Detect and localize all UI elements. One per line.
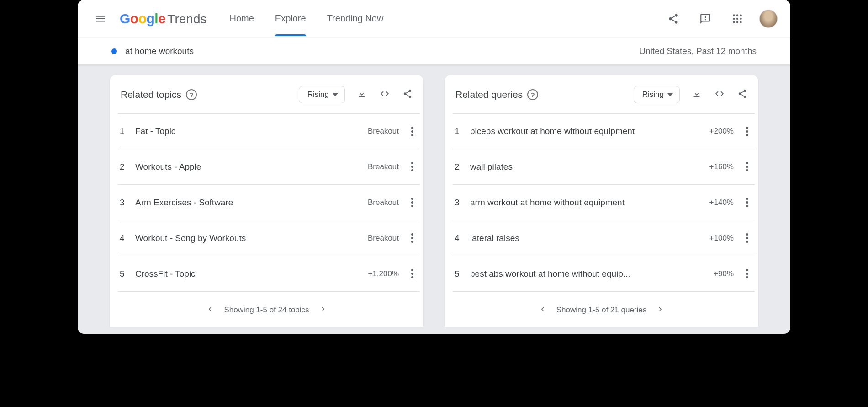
row-menu-button[interactable] [407,127,417,136]
sort-dropdown[interactable]: Rising [299,86,345,103]
search-term: at home workouts [111,46,194,56]
rank: 5 [453,269,468,279]
account-avatar[interactable] [759,10,778,28]
metric: +90% [714,269,734,278]
tab-trending-now[interactable]: Trending Now [327,1,384,36]
rank: 1 [118,126,133,136]
google-logo: Google [120,11,165,27]
label: Arm Exercises - Software [133,198,368,208]
list-item[interactable]: 1Fat - TopicBreakout [118,113,420,149]
chevron-left-icon [206,305,214,313]
chevron-down-icon [333,93,338,96]
related-queries-card: Related queries ? Rising 1biceps workout… [445,75,758,327]
row-menu-button[interactable] [407,198,417,207]
help-icon[interactable]: ? [186,89,197,100]
svg-point-3 [733,17,735,19]
help-icon[interactable]: ? [527,89,538,100]
metric: Breakout [368,198,399,207]
label: Workout - Song by Workouts [133,233,368,243]
download-icon [692,89,702,99]
apps-button[interactable] [727,9,747,29]
metric: Breakout [368,162,399,171]
share-icon [402,89,413,99]
rank: 3 [453,198,468,208]
code-icon [380,89,390,99]
chevron-down-icon [667,93,673,96]
share-button-small[interactable] [402,89,413,101]
card-title: Related queries [455,89,523,100]
topics-rows: 1Fat - TopicBreakout 2Workouts - AppleBr… [110,113,423,297]
list-item[interactable]: 5CrossFit - Topic+1,200% [118,256,420,292]
pager-prev[interactable] [206,305,214,316]
row-menu-button[interactable] [407,269,417,278]
svg-point-8 [740,21,741,23]
download-button[interactable] [692,89,702,101]
card-header: Related queries ? Rising [445,86,758,113]
share-button-small[interactable] [737,89,747,101]
chevron-right-icon [319,305,328,313]
term-text: at home workouts [125,46,194,56]
row-menu-button[interactable] [742,198,752,207]
term-color-dot [111,48,117,54]
queries-rows: 1biceps workout at home without equipmen… [445,113,758,297]
sort-label: Rising [307,90,329,99]
feedback-icon [699,13,711,25]
top-bar: Google Trends Home Explore Trending Now [78,0,790,37]
rank: 4 [453,233,468,243]
apps-grid-icon [731,13,743,25]
row-menu-button[interactable] [742,162,752,171]
share-icon [737,89,747,99]
label: biceps workout at home without equipment [468,126,709,136]
app-window: Google Trends Home Explore Trending Now … [78,0,790,334]
embed-button[interactable] [715,89,725,101]
code-icon [715,89,725,99]
nav-tabs: Home Explore Trending Now [229,1,383,36]
logo[interactable]: Google Trends [120,11,206,27]
sort-label: Rising [642,90,664,99]
row-menu-button[interactable] [742,269,752,278]
list-item[interactable]: 2Workouts - AppleBreakout [118,149,420,185]
svg-point-4 [736,17,738,19]
pager-next[interactable] [656,305,665,316]
list-item[interactable]: 2wall pilates+160% [453,149,755,185]
pager-next[interactable] [319,305,328,316]
label: lateral raises [468,233,709,243]
list-item[interactable]: 3arm workout at home without equipment+1… [453,185,755,220]
row-menu-button[interactable] [742,233,752,243]
rank: 2 [453,162,468,172]
pager-prev[interactable] [538,305,546,316]
pager-text: Showing 1-5 of 21 queries [556,305,647,315]
feedback-button[interactable] [695,9,715,29]
card-actions [692,89,747,101]
list-item[interactable]: 4Workout - Song by WorkoutsBreakout [118,220,420,256]
svg-point-1 [736,14,738,16]
embed-button[interactable] [380,89,390,101]
list-item[interactable]: 4lateral raises+100% [453,220,755,256]
tab-explore[interactable]: Explore [275,1,306,36]
download-button[interactable] [357,89,367,101]
svg-point-6 [733,21,735,23]
row-menu-button[interactable] [407,233,417,243]
menu-icon [95,13,106,25]
metric: +160% [709,162,734,171]
label: Fat - Topic [133,126,368,136]
rank: 2 [118,162,133,172]
scope-text: United States, Past 12 months [639,46,757,56]
rank: 1 [453,126,468,136]
chevron-left-icon [538,305,546,313]
context-bar: at home workouts United States, Past 12 … [78,37,790,65]
tab-home[interactable]: Home [229,1,254,36]
top-bar-actions [663,9,778,29]
menu-button[interactable] [90,9,111,29]
metric: +100% [709,234,734,243]
list-item[interactable]: 5best abs workout at home without equip.… [453,256,755,292]
share-button[interactable] [663,9,683,29]
sort-dropdown[interactable]: Rising [634,86,680,103]
card-title: Related topics [121,89,181,100]
rank: 4 [118,233,133,243]
pager-text: Showing 1-5 of 24 topics [224,305,309,315]
row-menu-button[interactable] [742,127,752,136]
list-item[interactable]: 1biceps workout at home without equipmen… [453,113,755,149]
row-menu-button[interactable] [407,162,417,171]
list-item[interactable]: 3Arm Exercises - SoftwareBreakout [118,185,420,220]
